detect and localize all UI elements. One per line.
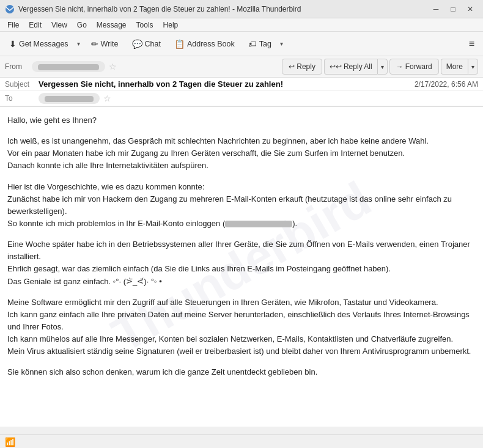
main-toolbar: ⬇ Get Messages ▾ ✏ Write 💬 Chat 📋 Addres… <box>0 32 483 56</box>
minimize-button[interactable]: ─ <box>428 3 444 15</box>
reply-label: Reply <box>297 62 315 71</box>
tag-dropdown[interactable]: ▾ <box>277 35 286 53</box>
email-body-container[interactable]: Thunderbird Hallo, wie geht es Ihnen? Ic… <box>0 107 483 427</box>
subject-row: Subject Vergessen Sie nicht, innerhalb v… <box>0 78 483 91</box>
to-label: To <box>5 94 39 103</box>
get-messages-label: Get Messages <box>19 40 68 48</box>
tag-button[interactable]: 🏷 Tag <box>243 35 277 53</box>
body-paragraph-1: Hallo, wie geht es Ihnen? <box>7 114 474 127</box>
subject-label: Subject <box>5 80 39 89</box>
title-bar: Vergessen Sie nicht, innerhalb von 2 Tag… <box>0 0 483 18</box>
to-star-icon[interactable]: ☆ <box>103 94 111 103</box>
sender-area: ☆ <box>32 61 279 72</box>
close-button[interactable]: ✕ <box>462 3 478 15</box>
maximize-button[interactable]: □ <box>445 3 461 15</box>
sender-pill <box>32 61 105 72</box>
more-group: More ▾ <box>441 59 478 75</box>
connection-icon: 📶 <box>5 437 15 447</box>
write-icon: ✏ <box>91 39 98 49</box>
more-label: More <box>446 62 463 71</box>
address-book-label: Address Book <box>187 40 235 48</box>
reply-all-group: ↩↩ Reply All ▾ <box>324 59 388 75</box>
window-controls: ─ □ ✕ <box>428 3 478 15</box>
get-messages-group: ⬇ Get Messages ▾ <box>4 35 83 53</box>
tag-icon: 🏷 <box>248 39 257 49</box>
menu-edit[interactable]: Edit <box>24 20 46 31</box>
email-header: From ☆ ↩ Reply ↩↩ Reply All ▾ <box>0 56 483 107</box>
email-body: Hallo, wie geht es Ihnen? Ich weiß, es i… <box>0 107 483 386</box>
forward-icon: → <box>396 62 404 71</box>
tag-group: 🏷 Tag ▾ <box>243 35 286 53</box>
reply-all-icon: ↩↩ <box>330 62 342 71</box>
reply-all-dropdown[interactable]: ▾ <box>377 59 388 75</box>
menu-file[interactable]: File <box>2 20 24 31</box>
get-messages-button[interactable]: ⬇ Get Messages <box>4 35 74 53</box>
star-icon[interactable]: ☆ <box>109 62 117 72</box>
reply-button[interactable]: ↩ Reply <box>282 59 322 75</box>
status-bar: 📶 <box>0 435 483 448</box>
subject-text: Vergessen Sie nicht, innerhalb von 2 Tag… <box>39 79 415 89</box>
tag-label: Tag <box>259 40 271 48</box>
reply-all-label: Reply All <box>344 62 372 71</box>
body-paragraph-2: Ich weiß, es ist unangenehm, das Gespräc… <box>7 135 474 172</box>
email-date: 2/17/2022, 6:56 AM <box>415 80 478 89</box>
write-button[interactable]: ✏ Write <box>86 35 124 53</box>
from-label: From <box>5 62 29 71</box>
body-paragraph-3: Hier ist die Vorgeschichte, wie es dazu … <box>7 181 474 230</box>
menu-bar: File Edit View Go Message Tools Help <box>0 18 483 32</box>
menu-go[interactable]: Go <box>72 20 92 31</box>
body-paragraph-6: Sie können sich also schon denken, warum… <box>7 366 474 378</box>
more-dropdown[interactable]: ▾ <box>468 59 478 75</box>
get-messages-icon: ⬇ <box>9 39 17 49</box>
hamburger-button[interactable]: ≡ <box>464 36 479 52</box>
from-action-bar: From ☆ ↩ Reply ↩↩ Reply All ▾ <box>0 56 483 78</box>
reply-arrow-icon: ↩ <box>289 62 295 71</box>
to-pill <box>39 93 100 104</box>
body-paragraph-4: Eine Woche später habe ich in den Betrie… <box>7 238 474 288</box>
window-title: Vergessen Sie nicht, innerhalb von 2 Tag… <box>18 5 428 13</box>
svg-point-0 <box>6 5 14 13</box>
menu-view[interactable]: View <box>46 20 72 31</box>
menu-message[interactable]: Message <box>92 20 131 31</box>
chat-button[interactable]: 💬 Chat <box>127 35 166 53</box>
menu-tools[interactable]: Tools <box>131 20 158 31</box>
forward-label: Forward <box>405 62 432 71</box>
address-book-button[interactable]: 📋 Address Book <box>169 35 240 53</box>
get-messages-dropdown[interactable]: ▾ <box>74 35 83 53</box>
email-actions: ↩ Reply ↩↩ Reply All ▾ → Forward More <box>282 59 478 75</box>
body-paragraph-5: Meine Software ermöglicht mir den Zugrif… <box>7 296 474 358</box>
address-book-icon: 📋 <box>174 39 185 49</box>
chat-label: Chat <box>145 40 161 48</box>
more-button[interactable]: More <box>441 59 468 75</box>
to-row: To ☆ <box>0 91 483 106</box>
menu-help[interactable]: Help <box>158 20 183 31</box>
chat-icon: 💬 <box>132 39 142 49</box>
forward-button[interactable]: → Forward <box>389 59 439 75</box>
write-label: Write <box>101 40 119 48</box>
reply-all-button[interactable]: ↩↩ Reply All <box>324 59 377 75</box>
app-icon <box>5 4 15 14</box>
